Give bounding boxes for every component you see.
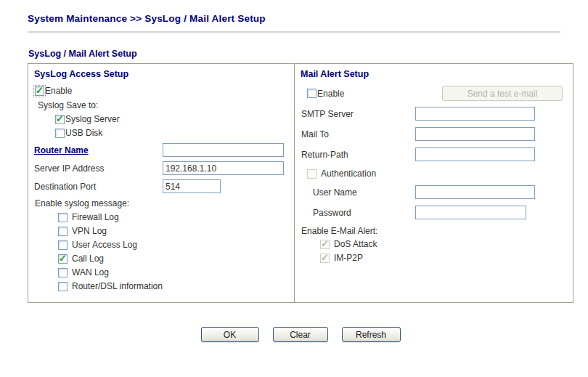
user-access-log-row: User Access Log <box>58 240 288 251</box>
breadcrumb: System Maintenance >> SysLog / Mail Aler… <box>28 13 588 24</box>
syslog-server-row: Syslog Server <box>55 114 288 125</box>
enable-email-alert-label: Enable E-Mail Alert: <box>301 226 567 236</box>
wan-log-label: WAN Log <box>72 267 109 278</box>
syslog-server-label: Syslog Server <box>65 114 120 125</box>
router-name-input[interactable] <box>163 143 284 157</box>
mail-alert-setup-section: Mail Alert Setup Enable Send a test e-ma… <box>294 64 573 302</box>
syslog-save-to-label: Syslog Save to: <box>38 100 288 111</box>
usb-disk-row: USB Disk <box>55 128 288 139</box>
destination-port-input[interactable] <box>163 179 221 193</box>
syslog-server-checkbox[interactable] <box>55 115 65 124</box>
smtp-server-row: SMTP Server <box>301 107 567 121</box>
mail-to-input[interactable] <box>415 127 535 141</box>
mail-to-row: Mail To <box>301 127 567 141</box>
server-ip-input[interactable] <box>163 161 284 175</box>
authentication-label: Authentication <box>321 169 376 179</box>
divider-rule <box>28 31 560 33</box>
enable-syslog-message-label: Enable syslog message: <box>35 198 288 209</box>
router-name-row: Router Name <box>34 143 288 157</box>
usb-disk-checkbox[interactable] <box>55 129 65 138</box>
router-name-link[interactable]: Router Name <box>34 145 89 155</box>
action-buttons: OK Clear Refresh <box>28 327 573 342</box>
smtp-server-input[interactable] <box>415 107 535 121</box>
destination-port-row: Destination Port <box>34 179 288 193</box>
section-title: SysLog / Mail Alert Setup <box>28 49 588 59</box>
dos-attack-checkbox[interactable] <box>320 240 330 249</box>
mail-section-title: Mail Alert Setup <box>301 69 567 79</box>
syslog-access-setup-section: SysLog Access Setup Enable Syslog Save t… <box>28 64 294 302</box>
return-path-input[interactable] <box>415 147 535 161</box>
send-test-email-button[interactable]: Send a test e-mail <box>442 86 563 101</box>
settings-panel: SysLog Access Setup Enable Syslog Save t… <box>28 63 573 303</box>
mail-enable-checkbox[interactable] <box>307 89 317 98</box>
password-row: Password <box>301 206 567 219</box>
mail-enable-row: Enable Send a test e-mail <box>307 86 567 101</box>
smtp-server-label: SMTP Server <box>301 109 415 119</box>
server-ip-row: Server IP Address <box>34 161 288 175</box>
call-log-row: Call Log <box>58 254 288 264</box>
router-dsl-info-label: Router/DSL information <box>72 281 163 292</box>
firewall-log-label: Firewall Log <box>72 212 119 223</box>
page: System Maintenance >> SysLog / Mail Aler… <box>0 0 588 342</box>
vpn-log-label: VPN Log <box>72 226 107 237</box>
mail-to-label: Mail To <box>301 129 415 139</box>
vpn-log-checkbox[interactable] <box>58 227 68 236</box>
user-access-log-checkbox[interactable] <box>58 240 68 250</box>
router-dsl-info-row: Router/DSL information <box>58 281 288 292</box>
syslog-section-title: SysLog Access Setup <box>34 69 288 79</box>
user-access-log-label: User Access Log <box>72 240 137 251</box>
user-name-label: User Name <box>301 187 415 198</box>
im-p2p-label: IM-P2P <box>334 253 363 264</box>
clear-button[interactable]: Clear <box>273 327 328 342</box>
call-log-checkbox[interactable] <box>58 254 68 264</box>
im-p2p-row: IM-P2P <box>320 253 567 264</box>
ok-button[interactable]: OK <box>201 327 259 342</box>
usb-disk-label: USB Disk <box>65 128 102 139</box>
mail-enable-label: Enable <box>317 89 344 99</box>
authentication-checkbox[interactable] <box>307 169 317 179</box>
refresh-button[interactable]: Refresh <box>342 327 401 342</box>
router-dsl-info-checkbox[interactable] <box>58 282 68 291</box>
user-name-input[interactable] <box>415 185 535 199</box>
server-ip-label: Server IP Address <box>34 163 163 174</box>
im-p2p-checkbox[interactable] <box>320 254 330 263</box>
syslog-enable-checkbox[interactable] <box>35 86 44 96</box>
return-path-row: Return-Path <box>301 147 567 161</box>
wan-log-row: WAN Log <box>58 267 288 278</box>
wan-log-checkbox[interactable] <box>58 268 68 277</box>
dos-attack-row: DoS Attack <box>320 239 567 250</box>
password-label: Password <box>301 208 415 218</box>
syslog-enable-label: Enable <box>45 86 72 97</box>
firewall-log-row: Firewall Log <box>58 212 288 223</box>
vpn-log-row: VPN Log <box>58 226 288 237</box>
syslog-enable-row: Enable <box>35 86 288 97</box>
password-input[interactable] <box>415 206 526 219</box>
dos-attack-label: DoS Attack <box>334 239 377 250</box>
user-name-row: User Name <box>301 185 567 199</box>
destination-port-label: Destination Port <box>34 182 163 192</box>
authentication-row: Authentication <box>307 169 567 179</box>
return-path-label: Return-Path <box>301 150 415 160</box>
call-log-label: Call Log <box>72 254 104 264</box>
firewall-log-checkbox[interactable] <box>58 213 68 222</box>
